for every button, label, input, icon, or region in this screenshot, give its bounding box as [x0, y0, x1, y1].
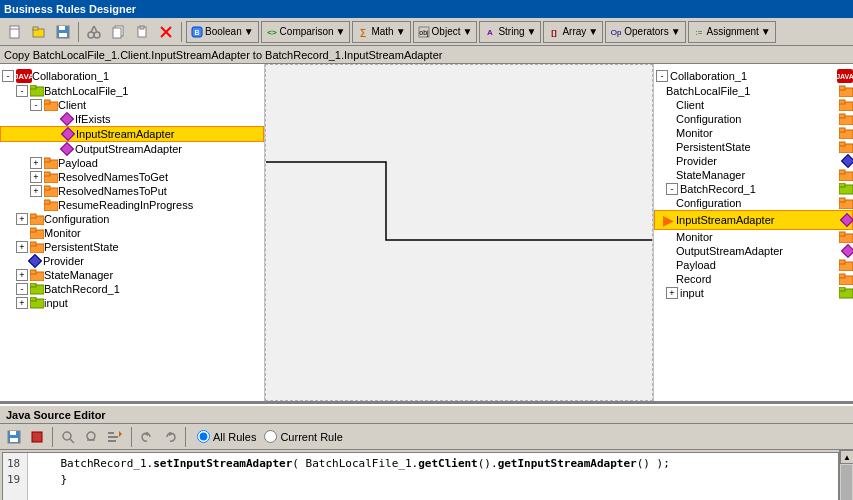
expander-resolvedput[interactable]: + [30, 185, 42, 197]
boolean-arrow: ▼ [244, 26, 254, 37]
r-tree-item-persistent[interactable]: PersistentState [654, 140, 853, 154]
code-content[interactable]: BatchRecord_1.setInputStreamAdapter( Bat… [28, 453, 838, 500]
r-tree-item-monitor2[interactable]: Monitor [654, 230, 853, 244]
svg-rect-0 [10, 26, 19, 38]
line-numbers: 18 19 [3, 453, 28, 500]
scroll-thumb-v[interactable] [841, 465, 852, 500]
expander-persistent[interactable]: + [16, 241, 28, 253]
editor-undo-btn[interactable] [137, 427, 157, 447]
editor-title-bar: Java Source Editor [0, 404, 853, 424]
r-label-payload: Payload [676, 259, 716, 271]
expander-batch1[interactable]: - [16, 85, 28, 97]
svg-rect-60 [839, 142, 845, 146]
string-dropdown[interactable]: A String ▼ [479, 21, 541, 43]
radio-all-rules-label[interactable]: All Rules [197, 430, 256, 443]
separator-1 [78, 22, 79, 42]
r-tree-item-provider[interactable]: Provider [654, 154, 853, 168]
vertical-scrollbar[interactable]: ▲ ▼ [839, 450, 853, 500]
tree-item-config[interactable]: + Configuration [0, 212, 264, 226]
tree-item-provider[interactable]: Provider [0, 254, 264, 268]
operators-dropdown[interactable]: Op Operators ▼ [605, 21, 685, 43]
tree-item-ifexists[interactable]: IfExists [0, 112, 264, 126]
r-expander-input[interactable]: + [666, 287, 678, 299]
object-label: Object [432, 26, 461, 37]
paste-button[interactable] [131, 21, 153, 43]
tree-item-persistent[interactable]: + PersistentState [0, 240, 264, 254]
r-tree-item-record[interactable]: Record [654, 272, 853, 286]
tree-item-collab1[interactable]: - JAVA Collaboration_1 [0, 68, 264, 84]
radio-current-rule[interactable] [264, 430, 277, 443]
scroll-up-btn[interactable]: ▲ [840, 450, 853, 464]
svg-text:<>: <> [267, 28, 277, 37]
editor-close-btn[interactable] [27, 427, 47, 447]
save-button[interactable] [52, 21, 74, 43]
r-tree-item-statemgr[interactable]: StateManager [654, 168, 853, 182]
tree-item-monitor[interactable]: Monitor [0, 226, 264, 240]
tree-item-payload[interactable]: + Payload [0, 156, 264, 170]
object-arrow: ▼ [462, 26, 472, 37]
expander-batchrecord[interactable]: - [16, 283, 28, 295]
editor-format-btn[interactable] [104, 427, 126, 447]
math-dropdown[interactable]: ∑ Math ▼ [352, 21, 410, 43]
tree-item-batch1[interactable]: - BatchLocalFile_1 [0, 84, 264, 98]
title-text: Business Rules Designer [4, 3, 136, 15]
r-expander-collab1[interactable]: - [656, 70, 668, 82]
open-button[interactable] [28, 21, 50, 43]
new-button[interactable] [4, 21, 26, 43]
tree-item-outputstream[interactable]: OutputStreamAdapter [0, 142, 264, 156]
label-client: Client [58, 99, 86, 111]
radio-all-rules[interactable] [197, 430, 210, 443]
tree-item-input[interactable]: + input [0, 296, 264, 310]
r-label-batchrecord: BatchRecord_1 [680, 183, 756, 195]
tree-item-resolvedput[interactable]: + ResolvedNamesToPut [0, 184, 264, 198]
delete-button[interactable] [155, 21, 177, 43]
editor-browse-btn[interactable] [81, 427, 101, 447]
object-dropdown[interactable]: obj Object ▼ [413, 21, 478, 43]
math-arrow: ▼ [396, 26, 406, 37]
label-outputstream: OutputStreamAdapter [75, 143, 182, 155]
tree-item-inputstream[interactable]: InputStreamAdapter [0, 126, 264, 142]
r-tree-item-batch1[interactable]: BatchLocalFile_1 [654, 84, 853, 98]
copy-button[interactable] [107, 21, 129, 43]
r-tree-item-input[interactable]: + input [654, 286, 853, 300]
tree-item-batchrecord[interactable]: - BatchRecord_1 [0, 282, 264, 296]
editor-save-btn[interactable] [4, 427, 24, 447]
r-tree-item-collab1[interactable]: - Collaboration_1 JAVA [654, 68, 853, 84]
editor-redo-btn[interactable] [160, 427, 180, 447]
r-tree-item-outputstream[interactable]: OutputStreamAdapter [654, 244, 853, 258]
array-dropdown[interactable]: [] Array ▼ [543, 21, 603, 43]
tree-item-resolvedget[interactable]: + ResolvedNamesToGet [0, 170, 264, 184]
r-expander-batchrecord[interactable]: - [666, 183, 678, 195]
diamond-icon-ifexists [60, 112, 74, 126]
tree-item-statemgr[interactable]: + StateManager [0, 268, 264, 282]
expander-payload[interactable]: + [30, 157, 42, 169]
expander-client[interactable]: - [30, 99, 42, 111]
r-tree-item-inputstream[interactable]: ▶ InputStreamAdapter [654, 210, 853, 230]
cut-button[interactable] [83, 21, 105, 43]
r-tree-item-payload[interactable]: Payload [654, 258, 853, 272]
r-tree-item-client[interactable]: Client [654, 98, 853, 112]
expander-statemgr[interactable]: + [16, 269, 28, 281]
r-diamond-provider [841, 154, 853, 168]
expander-collab1[interactable]: - [2, 70, 14, 82]
tree-item-resume[interactable]: ResumeReadingInProgress [0, 198, 264, 212]
boolean-dropdown[interactable]: B Boolean ▼ [186, 21, 259, 43]
r-tree-item-batchrecord[interactable]: - BatchRecord_1 [654, 182, 853, 196]
tree-item-client[interactable]: - Client [0, 98, 264, 112]
svg-rect-30 [44, 100, 50, 104]
comparison-dropdown[interactable]: <> Comparison ▼ [261, 21, 351, 43]
expander-config[interactable]: + [16, 213, 28, 225]
radio-current-rule-text: Current Rule [280, 431, 342, 443]
assignment-dropdown[interactable]: := Assignment ▼ [688, 21, 776, 43]
expander-resolvedget[interactable]: + [30, 171, 42, 183]
label-persistent: PersistentState [44, 241, 119, 253]
r-tree-item-monitor[interactable]: Monitor [654, 126, 853, 140]
expander-input[interactable]: + [16, 297, 28, 309]
title-bar: Business Rules Designer [0, 0, 853, 18]
r-configbr-icon [839, 197, 853, 209]
r-tree-item-config[interactable]: Configuration [654, 112, 853, 126]
r-tree-item-configbr[interactable]: Configuration [654, 196, 853, 210]
radio-current-rule-label[interactable]: Current Rule [264, 430, 342, 443]
client-folder-icon [44, 99, 58, 111]
editor-find-btn[interactable] [58, 427, 78, 447]
